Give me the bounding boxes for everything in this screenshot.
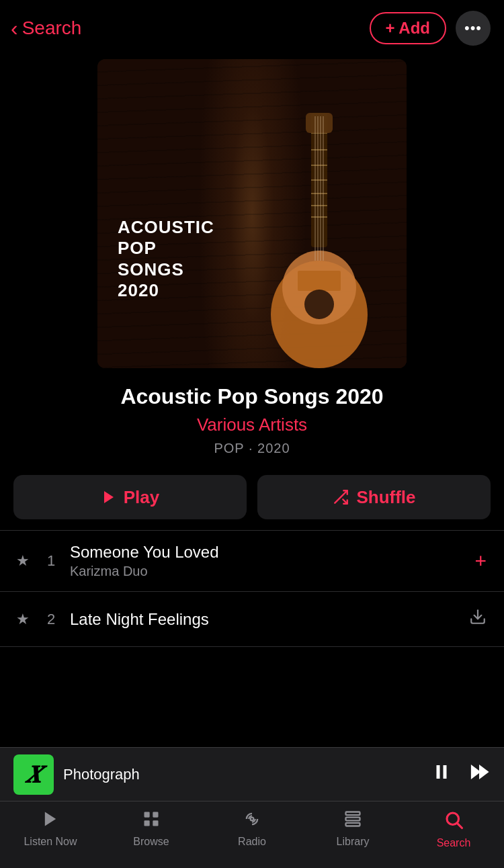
svg-rect-29	[153, 820, 158, 826]
svg-rect-26	[144, 812, 150, 818]
pause-button[interactable]	[431, 762, 452, 787]
svg-rect-32	[346, 818, 360, 821]
album-art-container: ACOUSTICPOPSONGS2020	[0, 52, 504, 368]
svg-marker-24	[479, 765, 489, 779]
back-label: Search	[22, 17, 82, 39]
tab-bar: Listen Now Browse Radio	[0, 801, 504, 868]
shuffle-button[interactable]: Shuffle	[257, 475, 491, 519]
x-logo: 𝑿	[26, 761, 42, 789]
play-button[interactable]: Play	[13, 475, 247, 519]
track-number: 2	[42, 611, 60, 628]
svg-rect-31	[346, 812, 360, 816]
tab-browse-label: Browse	[133, 836, 169, 848]
album-art-text: ACOUSTICPOPSONGS2020	[118, 217, 214, 301]
header-actions: + Add •••	[370, 11, 491, 46]
radio-icon	[243, 810, 261, 833]
play-label: Play	[124, 487, 160, 508]
back-chevron-icon: ‹	[11, 16, 18, 41]
tab-radio-label: Radio	[238, 836, 266, 848]
now-playing-artwork: 𝑿	[13, 754, 54, 795]
svg-line-35	[458, 824, 462, 828]
now-playing-controls	[431, 762, 491, 787]
album-meta: POP · 2020	[13, 441, 491, 456]
more-button[interactable]: •••	[456, 11, 491, 46]
skip-forward-icon	[468, 762, 491, 782]
track-title: Someone You Loved	[70, 543, 461, 562]
header: ‹ Search + Add •••	[0, 0, 504, 52]
add-label: + Add	[386, 19, 430, 38]
svg-rect-27	[153, 812, 158, 818]
svg-rect-21	[437, 765, 440, 779]
svg-rect-28	[144, 820, 150, 826]
tab-radio[interactable]: Radio	[202, 810, 302, 848]
album-artist[interactable]: Various Artists	[13, 415, 491, 435]
track-list: ★ 1 Someone You Loved Karizma Duo + ★ 2 …	[0, 530, 504, 647]
tab-search-label: Search	[437, 837, 471, 849]
star-icon: ★	[13, 552, 32, 570]
track-title: Late Night Feelings	[70, 610, 456, 629]
tab-listen-now-label: Listen Now	[24, 836, 77, 848]
now-playing-title: Photograph	[63, 766, 422, 783]
svg-rect-22	[444, 765, 447, 779]
svg-marker-25	[45, 812, 56, 826]
track-number: 1	[42, 552, 60, 570]
download-icon	[469, 608, 487, 625]
pause-icon	[431, 762, 452, 782]
more-dots-icon: •••	[464, 19, 482, 37]
action-buttons: Play Shuffle	[0, 462, 504, 530]
track-add-button[interactable]: +	[470, 546, 491, 576]
svg-rect-33	[346, 823, 360, 826]
add-button[interactable]: + Add	[370, 12, 446, 44]
search-icon	[444, 810, 464, 834]
track-download-button[interactable]	[465, 604, 491, 634]
tab-listen-now[interactable]: Listen Now	[0, 810, 101, 848]
tab-library[interactable]: Library	[302, 810, 403, 848]
guitar-icon	[252, 113, 386, 368]
shuffle-label: Shuffle	[356, 487, 415, 508]
tab-search[interactable]: Search	[403, 810, 504, 849]
table-row[interactable]: ★ 1 Someone You Loved Karizma Duo +	[0, 531, 504, 592]
track-info: Late Night Feelings	[70, 610, 456, 629]
svg-marker-17	[104, 491, 114, 503]
album-art: ACOUSTICPOPSONGS2020	[97, 59, 407, 368]
tab-library-label: Library	[337, 836, 370, 848]
play-icon	[101, 489, 117, 505]
svg-rect-8	[306, 113, 333, 133]
skip-forward-button[interactable]	[468, 762, 491, 787]
album-title: Acoustic Pop Songs 2020	[13, 384, 491, 409]
browse-icon	[142, 810, 161, 833]
track-artist: Karizma Duo	[70, 564, 461, 579]
shuffle-icon	[332, 488, 349, 506]
track-info: Someone You Loved Karizma Duo	[70, 543, 461, 579]
table-row[interactable]: ★ 2 Late Night Feelings	[0, 592, 504, 647]
svg-rect-11	[298, 271, 341, 291]
now-playing-bar[interactable]: 𝑿 Photograph	[0, 747, 504, 801]
album-info: Acoustic Pop Songs 2020 Various Artists …	[0, 368, 504, 462]
tab-browse[interactable]: Browse	[101, 810, 202, 848]
svg-point-12	[304, 290, 334, 319]
listen-now-icon	[41, 810, 60, 833]
star-icon: ★	[13, 611, 32, 628]
svg-point-30	[251, 818, 254, 821]
back-button[interactable]: ‹ Search	[11, 16, 81, 41]
library-icon	[343, 810, 362, 833]
